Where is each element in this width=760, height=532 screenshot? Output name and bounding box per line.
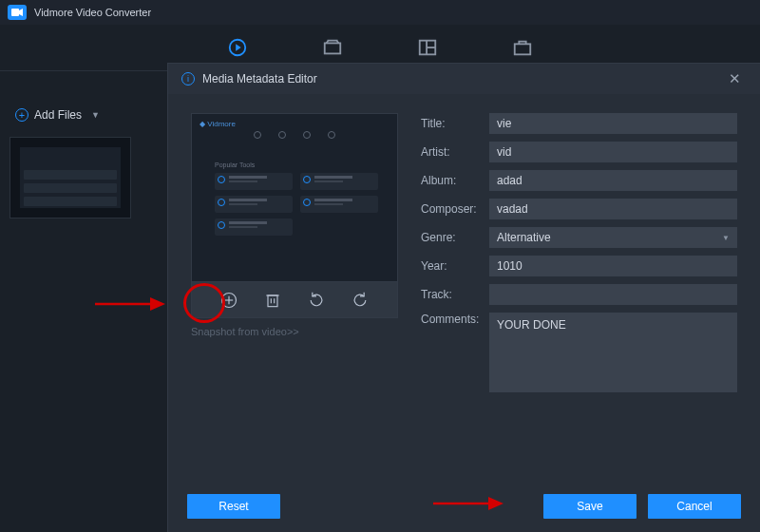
title-bar: Vidmore Video Converter [0, 0, 760, 25]
info-icon: i [181, 72, 195, 86]
svg-marker-15 [150, 297, 165, 311]
metadata-editor-modal: i Media Metadata Editor ✕ ◆ Vidmore Popu… [167, 63, 760, 532]
title-input[interactable] [489, 113, 737, 134]
svg-rect-6 [515, 44, 531, 54]
track-input[interactable] [489, 284, 737, 305]
delete-icon[interactable] [263, 291, 282, 310]
title-label: Title: [421, 117, 489, 130]
cancel-button[interactable]: Cancel [648, 494, 741, 519]
app-logo-icon [8, 5, 27, 20]
svg-rect-0 [11, 9, 19, 16]
left-panel: + Add Files ▼ [0, 91, 160, 232]
composer-input[interactable] [489, 199, 737, 219]
modal-header: i Media Metadata Editor ✕ [168, 64, 760, 94]
album-label: Album: [421, 174, 489, 187]
comments-label: Comments: [421, 313, 489, 326]
svg-rect-10 [268, 295, 277, 307]
track-label: Track: [421, 288, 489, 301]
add-image-icon[interactable] [219, 291, 238, 310]
composer-label: Composer: [421, 202, 489, 216]
genre-select[interactable]: Alternative [489, 227, 737, 248]
chevron-down-icon: ▼ [91, 110, 100, 120]
svg-rect-2 [325, 43, 341, 53]
comments-input[interactable] [489, 313, 737, 392]
preview-image: ◆ Vidmore Popular Tools [191, 113, 398, 282]
metadata-form: Title: Artist: Album: Composer: Genre: A… [421, 113, 737, 479]
preview-toolbar [191, 282, 398, 318]
rotate-left-icon[interactable] [307, 291, 326, 310]
plus-icon: + [15, 108, 28, 122]
save-button[interactable]: Save [543, 494, 636, 519]
year-label: Year: [421, 259, 489, 273]
snapshot-link[interactable]: Snapshot from video>> [191, 326, 398, 337]
genre-label: Genre: [421, 231, 489, 244]
nav-toolbox-icon[interactable] [512, 37, 533, 58]
modal-title: Media Metadata Editor [202, 72, 723, 86]
annotation-arrow-1 [93, 294, 167, 314]
close-icon[interactable]: ✕ [723, 68, 747, 89]
artist-input[interactable] [489, 142, 737, 162]
video-thumbnail[interactable] [10, 137, 131, 218]
preview-column: ◆ Vidmore Popular Tools [191, 113, 398, 479]
reset-button[interactable]: Reset [187, 494, 280, 519]
nav-mv-icon[interactable] [322, 37, 343, 58]
album-input[interactable] [489, 170, 737, 191]
year-input[interactable] [489, 256, 737, 276]
add-files-label: Add Files [34, 108, 82, 122]
artist-label: Artist: [421, 145, 489, 159]
modal-footer: Reset Save Cancel [168, 488, 760, 532]
app-title: Vidmore Video Converter [34, 7, 151, 18]
nav-collage-icon[interactable] [417, 37, 438, 58]
nav-convert-icon[interactable] [227, 37, 248, 58]
add-files-button[interactable]: + Add Files ▼ [10, 104, 150, 125]
rotate-right-icon[interactable] [351, 291, 370, 310]
